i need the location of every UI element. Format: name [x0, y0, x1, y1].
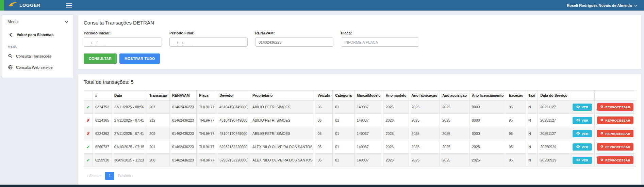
brand-accent-strip [0, 0, 4, 11]
sidebar-item-label: Consulta Web-service [16, 65, 52, 69]
ver-button[interactable]: VER [573, 117, 592, 124]
column-header: Categoria [333, 91, 354, 100]
table-cell: ALEX NILO OLIVEIRA DOS SANTOS [250, 140, 315, 154]
consultar-button[interactable]: CONSULTAR [84, 53, 117, 64]
column-header [84, 91, 93, 100]
reprocessar-button[interactable]: REPROCESSAR [597, 143, 633, 151]
ver-button[interactable]: VER [573, 130, 592, 137]
results-total: Total de transações: 5 [84, 79, 636, 85]
results-panel: Total de transações: 5 #DataTransaçãoREN… [78, 74, 642, 186]
column-header: Ano licenciamento [469, 91, 506, 100]
status-success-icon: ✓ [84, 100, 93, 114]
sidebar-item-consulta-webservice[interactable]: Consulta Web-service [2, 62, 73, 73]
gear-icon [600, 105, 604, 109]
column-header: Data [112, 91, 147, 100]
table-cell: 01462436223 [169, 100, 196, 114]
page-body: Menu Voltar para Sistemas MENU Consulta … [0, 11, 644, 187]
chevron-down-icon [634, 3, 637, 7]
table-cell: 06 [315, 127, 333, 140]
globe-icon [8, 65, 13, 69]
reprocessar-button[interactable]: REPROCESSAR [597, 116, 633, 124]
table-cell: 6259910 [93, 154, 112, 167]
search-actions: CONSULTAR MOSTRAR TUDO [84, 53, 636, 64]
column-header: Data do Serviço [538, 91, 570, 100]
main-content: Consulta Transações DETRAN Período Inici… [78, 15, 642, 187]
placa-field: Placa: [341, 31, 419, 47]
pagination-previous[interactable]: ‹ Anterior [84, 172, 105, 180]
reprocessar-action-cell: REPROCESSAR [595, 140, 636, 154]
ver-action-cell: VER [570, 100, 595, 114]
eye-icon [576, 119, 580, 122]
column-header: Devedor [217, 91, 250, 100]
periodo-final-field: Período Final: [169, 31, 248, 47]
table-cell: 6324365 [93, 114, 112, 127]
mostrar-tudo-button[interactable]: MOSTRAR TUDO [119, 53, 160, 64]
column-header: Placa [197, 91, 217, 100]
column-header: Ano fabricação [409, 91, 440, 100]
gear-icon [600, 158, 604, 162]
table-cell: N [526, 140, 538, 154]
top-navbar: LOGGER Roseli Rodrigues Novais de Almeid… [0, 0, 644, 11]
table-cell: 149037 [354, 127, 383, 140]
table-cell: N [526, 114, 538, 127]
sidebar-item-consulta-transacoes[interactable]: Consulta Transações [2, 50, 73, 62]
table-cell: 2025 [409, 127, 440, 140]
table-cell: 20251127 [538, 114, 570, 127]
table-cell: 01462436223 [169, 154, 196, 167]
ver-button[interactable]: VER [573, 104, 592, 111]
table-cell: 2025 [409, 154, 440, 167]
table-cell: 2026 [383, 100, 409, 114]
placa-label: Placa: [341, 31, 419, 35]
table-cell: 2025 [440, 127, 469, 140]
pagination-next[interactable]: Próximo › [114, 172, 136, 180]
hamburger-menu-icon[interactable] [66, 3, 72, 7]
renavam-input[interactable] [255, 37, 333, 47]
eye-icon [576, 145, 580, 149]
bottom-strip [0, 185, 644, 187]
periodo-final-label: Período Final: [169, 31, 248, 35]
brand-logo[interactable]: LOGGER [4, 2, 45, 9]
ver-button[interactable]: VER [573, 143, 592, 151]
placa-input[interactable] [341, 37, 419, 47]
periodo-final-input[interactable] [169, 37, 248, 47]
sidebar: Menu Voltar para Sistemas MENU Consulta … [2, 15, 73, 78]
table-cell: 149037 [354, 100, 383, 114]
table-cell: 6324362 [93, 127, 112, 140]
reprocessar-action-cell: REPROCESSAR [595, 100, 636, 114]
table-cell: 27/11/2025 - 07:41 [112, 114, 147, 127]
table-cell: 27/11/2025 - 08:56 [112, 100, 147, 114]
reprocessar-button[interactable]: REPROCESSAR [597, 156, 633, 164]
table-cell: 01/10/2025 - 07:15 [112, 140, 147, 154]
pagination-page-1[interactable]: 1 [105, 172, 115, 180]
column-header: Transação [147, 91, 169, 100]
renavam-label: RENAVAM: [255, 31, 333, 35]
sidebar-item-voltar[interactable]: Voltar para Sistemas [2, 28, 73, 41]
column-header: Exceção [506, 91, 526, 100]
table-cell: 6324752 [93, 100, 112, 114]
search-panel: Consulta Transações DETRAN Período Inici… [78, 15, 642, 69]
ver-button[interactable]: VER [573, 157, 592, 164]
table-cell: 01 [333, 114, 354, 127]
reprocessar-action-cell: REPROCESSAR [595, 154, 636, 167]
sidebar-item-label: Voltar para Sistemas [17, 33, 53, 37]
status-error-icon: ✗ [84, 114, 93, 127]
periodo-inicial-input[interactable] [84, 37, 162, 47]
eye-icon [576, 132, 580, 136]
column-header: Taxi [526, 91, 538, 100]
table-cell: 06 [315, 154, 333, 167]
table-cell: 01 [333, 154, 354, 167]
sidebar-menu-toggle[interactable]: Menu [2, 15, 73, 28]
pagination: ‹ Anterior 1 Próximo › [84, 172, 636, 180]
table-cell: 2026 [383, 154, 409, 167]
reprocessar-button[interactable]: REPROCESSAR [597, 103, 633, 111]
chevron-left-icon [8, 33, 13, 37]
table-cell: THL9H77 [197, 140, 217, 154]
table-header-row: #DataTransaçãoRENAVAMPlacaDevedorProprie… [84, 91, 636, 100]
user-menu[interactable]: Roseli Rodrigues Novais de Almeida [567, 3, 644, 7]
table-row: ✓626073701/10/2025 - 07:1520101462436223… [84, 140, 636, 154]
ver-action-cell: VER [570, 140, 595, 154]
table-row: ✓632475227/11/2025 - 08:5620701462436223… [84, 100, 636, 114]
table-cell: 06 [315, 114, 333, 127]
table-cell: 45104190749000 [217, 114, 250, 127]
reprocessar-button[interactable]: REPROCESSAR [597, 130, 633, 137]
